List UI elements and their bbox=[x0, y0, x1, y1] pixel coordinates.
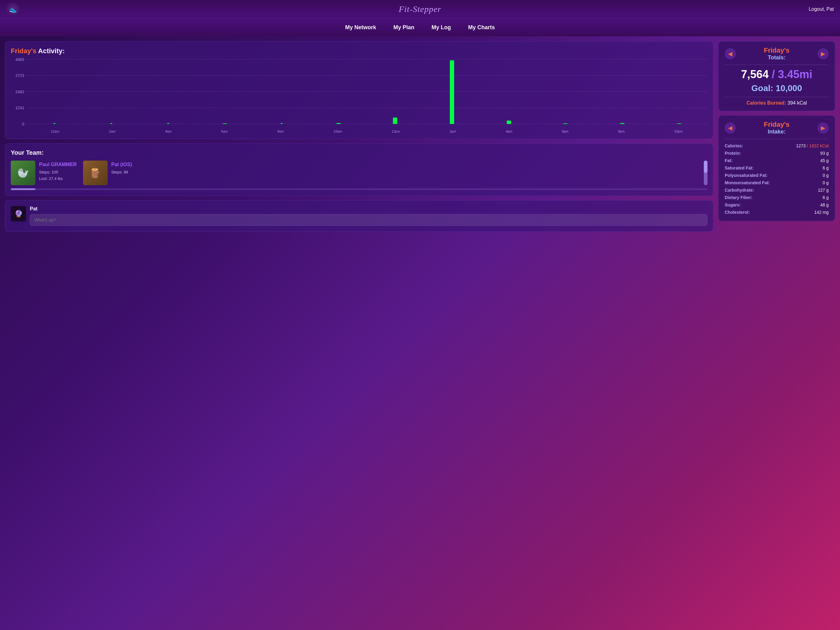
bar-6am bbox=[223, 123, 227, 124]
post-username: Pat bbox=[30, 206, 707, 212]
bar-slot-6pm bbox=[537, 59, 594, 124]
activity-chart-card: Friday's Activity: 4965 3723 2482 bbox=[5, 41, 713, 139]
member-name-paul: Paul GRAMMER bbox=[39, 162, 77, 167]
y-label-2482: 2482 bbox=[11, 90, 24, 94]
activity-rest: Activity: bbox=[38, 47, 65, 55]
bar-2pm bbox=[450, 60, 454, 124]
team-member-pat: 🪵 Pat (iOS) Steps: 99 bbox=[83, 161, 145, 185]
nav-my-charts[interactable]: My Charts bbox=[466, 23, 497, 32]
y-label-3723: 3723 bbox=[11, 73, 24, 78]
activity-title: Friday's Activity: bbox=[11, 47, 707, 55]
totals-title: Friday's Totals: bbox=[764, 46, 789, 61]
bars-container bbox=[26, 59, 707, 124]
chart-area: 4965 3723 2482 1241 0 bbox=[11, 59, 707, 133]
x-label-6am: 6am bbox=[221, 130, 228, 133]
member-info-pat: Pat (iOS) Steps: 99 bbox=[111, 161, 132, 176]
calories-burned: Calories Burned: 394 kCal bbox=[725, 100, 829, 106]
bar-8pm bbox=[620, 123, 624, 124]
nav-my-plan[interactable]: My Plan bbox=[391, 23, 417, 32]
scrollbar-h-thumb bbox=[11, 188, 35, 190]
bar-slot-12pm bbox=[367, 59, 424, 124]
y-label-4965: 4965 bbox=[11, 57, 24, 62]
member-lost-paul: Lost: 27.4 lbs bbox=[39, 176, 77, 182]
bar-slot-2am bbox=[83, 59, 140, 124]
bar-10pm bbox=[677, 123, 681, 124]
bar-6pm bbox=[563, 123, 568, 124]
bar-dot-2am bbox=[111, 123, 112, 124]
post-card: 🔮 Pat bbox=[5, 200, 713, 232]
totals-steps: 7,564 / 3.45mi bbox=[725, 68, 829, 81]
team-scrollbar[interactable] bbox=[11, 188, 707, 190]
intake-sub-label: Intake: bbox=[764, 128, 789, 135]
totals-next-button[interactable]: ▶ bbox=[818, 48, 829, 59]
totals-divider-2 bbox=[725, 97, 829, 97]
bar-dot-12am bbox=[54, 123, 55, 124]
scrollbar-thumb bbox=[704, 161, 707, 173]
intake-row-mono-fat: Monounsaturated Fat: 0 g bbox=[725, 179, 829, 187]
team-card: Your Team: 🦭 Paul GRAMMER Steps: 105 Los… bbox=[5, 143, 713, 196]
totals-prev-button[interactable]: ◀ bbox=[725, 48, 736, 59]
bar-dot-8am bbox=[281, 123, 283, 124]
bar-slot-8am bbox=[253, 59, 310, 124]
bar-10am bbox=[336, 123, 341, 124]
team-title: Your Team: bbox=[11, 149, 707, 156]
y-label-1241: 1241 bbox=[11, 106, 24, 110]
team-members-container: 🦭 Paul GRAMMER Steps: 105 Lost: 27.4 lbs… bbox=[11, 161, 707, 185]
x-label-12pm: 12pm bbox=[392, 130, 400, 133]
nav-my-log[interactable]: My Log bbox=[429, 23, 453, 32]
x-label-4pm: 4pm bbox=[506, 130, 512, 133]
x-label-6pm: 6pm bbox=[562, 130, 568, 133]
app-title: Fit-Stepper bbox=[399, 4, 442, 14]
bar-slot-2pm bbox=[424, 59, 481, 124]
intake-row-carbs: Carbohydrate: 127 g bbox=[725, 187, 829, 194]
intake-row-sat-fat: Saturated Fat: 6 g bbox=[725, 164, 829, 172]
totals-day-label: Friday's bbox=[764, 46, 789, 54]
left-column: Friday's Activity: 4965 3723 2482 bbox=[5, 41, 713, 232]
member-steps-paul: Steps: 105 bbox=[39, 169, 77, 176]
x-label-12am: 12am bbox=[51, 130, 60, 133]
main-nav: My Network My Plan My Log My Charts bbox=[0, 19, 840, 36]
intake-row-calories: Calories: 1273 / 1822 kCal bbox=[725, 142, 829, 149]
intake-header: ◀ Friday's Intake: ▶ bbox=[725, 120, 829, 135]
intake-prev-button[interactable]: ◀ bbox=[725, 122, 736, 133]
main-content: Friday's Activity: 4965 3723 2482 bbox=[0, 36, 840, 237]
calories-burned-label: Calories Burned: bbox=[747, 100, 786, 106]
post-container: 🔮 Pat bbox=[11, 206, 707, 226]
x-label-4am: 4am bbox=[165, 130, 172, 133]
calories-burned-value: 394 kCal bbox=[788, 100, 807, 106]
post-avatar: 🔮 bbox=[11, 206, 26, 222]
member-steps-pat: Steps: 99 bbox=[111, 169, 132, 176]
totals-header: ◀ Friday's Totals: ▶ bbox=[725, 46, 829, 61]
friday-totals-card: ◀ Friday's Totals: ▶ 7,564 / 3.45mi Goal… bbox=[718, 41, 835, 111]
x-axis-labels: 12am 2am 4am 6am 8am 10am 12pm 2pm 4pm 6… bbox=[26, 130, 707, 133]
intake-row-fiber: Dietary Fiber: 6 g bbox=[725, 194, 829, 201]
nav-my-network[interactable]: My Network bbox=[343, 23, 379, 32]
member-avatar-paul: 🦭 bbox=[11, 161, 35, 185]
header: 👟 Fit-Stepper Logout, Pat bbox=[0, 0, 840, 19]
member-name-pat: Pat (iOS) bbox=[111, 162, 132, 167]
steps-count: 7,564 bbox=[741, 68, 769, 81]
post-input[interactable] bbox=[30, 214, 707, 226]
logo-icon: 👟 bbox=[6, 2, 20, 16]
intake-row-fat: Fat: 45 g bbox=[725, 157, 829, 164]
intake-row-protein: Protein: 93 g bbox=[725, 149, 829, 157]
logout-button[interactable]: Logout, Pat bbox=[808, 6, 834, 12]
post-right: Pat bbox=[30, 206, 707, 226]
bar-slot-8pm bbox=[594, 59, 651, 124]
x-label-8am: 8am bbox=[277, 130, 284, 133]
x-label-2pm: 2pm bbox=[450, 130, 456, 133]
intake-row-sugars: Sugars: 48 g bbox=[725, 201, 829, 209]
member-avatar-pat: 🪵 bbox=[83, 161, 107, 185]
team-member-paul: 🦭 Paul GRAMMER Steps: 105 Lost: 27.4 lbs bbox=[11, 161, 77, 185]
intake-row-poly-fat: Polyunsaturated Fat: 0 g bbox=[725, 172, 829, 179]
bar-dot-4am bbox=[167, 123, 169, 124]
bar-slot-6am bbox=[196, 59, 253, 124]
bar-slot-10am bbox=[310, 59, 367, 124]
activity-day: Friday's bbox=[11, 47, 36, 55]
team-members-list: 🦭 Paul GRAMMER Steps: 105 Lost: 27.4 lbs… bbox=[11, 161, 707, 185]
intake-next-button[interactable]: ▶ bbox=[818, 122, 829, 133]
friday-intake-card: ◀ Friday's Intake: ▶ Calories: 1273 / 18… bbox=[718, 116, 835, 221]
bar-slot-4pm bbox=[480, 59, 537, 124]
scroll-indicator[interactable] bbox=[704, 161, 707, 185]
x-label-8pm: 8pm bbox=[618, 130, 624, 133]
